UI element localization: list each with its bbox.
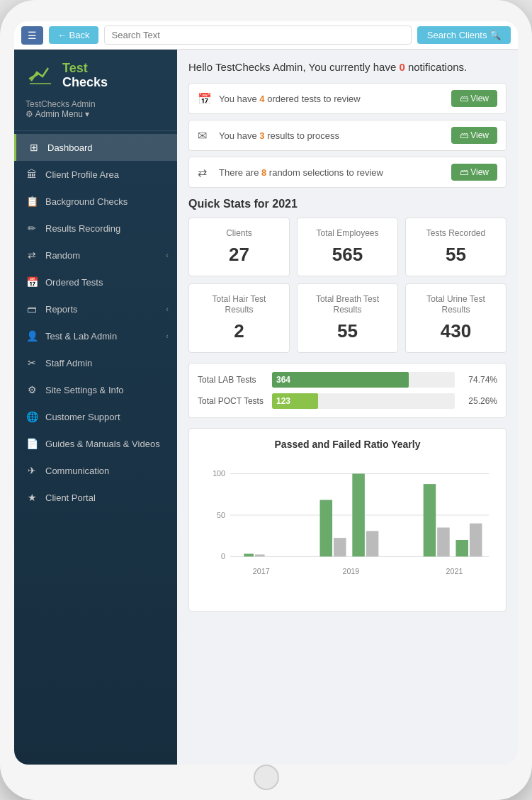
sidebar-user-info: TestChecks Admin ⚙ Admin Menu ▾	[14, 96, 177, 128]
svg-rect-12	[352, 473, 365, 556]
sidebar-divider	[14, 130, 177, 131]
logo-test: Test	[62, 62, 108, 76]
notif-results-text: You have 3 results to process	[219, 130, 446, 141]
home-button[interactable]	[254, 765, 279, 790]
logo-icon	[26, 61, 55, 91]
stat-tests-recorded-value: 55	[414, 244, 497, 266]
chart-section: Passed and Failed Ratio Yearly 100 50 0	[188, 428, 506, 612]
stat-breath-tests: Total Breath Test Results 55	[297, 283, 398, 353]
sidebar-item-site-settings[interactable]: ⚙ Site Settings & Info	[14, 376, 177, 403]
test-lab-chevron-icon: ‹	[166, 332, 169, 340]
svg-text:2019: 2019	[342, 567, 359, 575]
admin-menu[interactable]: ⚙ Admin Menu ▾	[26, 109, 166, 119]
poct-tests-bar-track: 123	[272, 393, 455, 409]
random-chevron-icon: ‹	[166, 251, 169, 259]
hamburger-button[interactable]: ☰	[21, 26, 43, 45]
dashboard-icon: ⊞	[28, 142, 40, 153]
stat-tests-recorded: Tests Recorded 55	[405, 218, 506, 276]
hello-message: Hello TestChecks Admin, You currently ha…	[188, 61, 506, 73]
stat-tests-recorded-label: Tests Recorded	[414, 228, 497, 240]
svg-rect-8	[244, 553, 254, 556]
svg-rect-17	[470, 523, 482, 556]
sidebar-label-guides: Guides & Manuals & Videos	[45, 439, 160, 449]
poct-tests-bar-label: Total POCT Tests	[198, 396, 265, 406]
svg-rect-15	[437, 527, 450, 556]
chart-title: Passed and Failed Ratio Yearly	[199, 439, 496, 450]
svg-rect-10	[320, 500, 333, 556]
sidebar-item-dashboard[interactable]: ⊞ Dashboard	[14, 134, 177, 161]
svg-text:2017: 2017	[253, 567, 270, 575]
sidebar-label-communication: Communication	[45, 466, 109, 476]
search-clients-button[interactable]: Search Clients 🔍	[417, 26, 511, 44]
lab-tests-bar-track: 364	[272, 372, 455, 388]
sidebar-item-customer-support[interactable]: 🌐 Customer Support	[14, 403, 177, 430]
notif-ordered-text: You have 4 ordered tests to review	[219, 94, 446, 104]
search-input[interactable]	[104, 26, 412, 45]
sidebar-label-results-recording: Results Recording	[45, 223, 120, 234]
staff-admin-icon: ✂	[26, 357, 38, 368]
notification-results: ✉ You have 3 results to process 🗃 View	[188, 120, 506, 151]
notification-count: 0	[399, 61, 404, 73]
mail-icon: ✉	[198, 129, 213, 142]
lab-tests-bar-label: Total LAB Tests	[198, 375, 265, 385]
test-lab-admin-icon: 👤	[26, 330, 38, 342]
sidebar-label-customer-support: Customer Support	[45, 412, 120, 422]
sidebar-label-site-settings: Site Settings & Info	[45, 385, 124, 395]
random-icon: ⇄	[26, 249, 38, 261]
sidebar-item-ordered-tests[interactable]: 📅 Ordered Tests	[14, 269, 177, 295]
stats-grid: Clients 27 Total Employees 565 Tests Rec…	[188, 218, 506, 353]
sidebar-label-background-checks: Background Checks	[45, 196, 128, 207]
view-ordered-button[interactable]: 🗃 View	[451, 90, 497, 107]
device-frame: ☰ ← Back Search Clients 🔍 Test Checks	[0, 0, 532, 800]
client-profile-icon: 🏛	[26, 169, 38, 180]
stat-clients: Clients 27	[188, 218, 290, 276]
lab-tests-bar-row: Total LAB Tests 364 74.74%	[198, 372, 497, 388]
sidebar-item-client-profile[interactable]: 🏛 Client Profile Area	[14, 161, 177, 188]
lab-tests-bar-pct: 74.74%	[462, 375, 497, 385]
sidebar-item-client-portal[interactable]: ★ Client Portal	[14, 484, 177, 511]
sidebar-label-dashboard: Dashboard	[47, 142, 93, 153]
sidebar-label-reports: Reports	[45, 304, 78, 315]
sidebar: Test Checks TestChecks Admin ⚙ Admin Men…	[14, 50, 177, 765]
sidebar-item-staff-admin[interactable]: ✂ Staff Admin	[14, 349, 177, 376]
logo-checks: Checks	[62, 76, 108, 90]
sidebar-item-background-checks[interactable]: 📋 Background Checks	[14, 188, 177, 215]
stat-employees-label: Total Employees	[306, 228, 389, 240]
main-content: Hello TestChecks Admin, You currently ha…	[177, 50, 518, 765]
view-random-button[interactable]: 🗃 View	[451, 164, 497, 181]
sidebar-item-test-lab-admin[interactable]: 👤 Test & Lab Admin ‹	[14, 322, 177, 349]
sidebar-label-staff-admin: Staff Admin	[45, 358, 92, 368]
svg-text:100: 100	[213, 469, 225, 478]
sidebar-label-ordered-tests: Ordered Tests	[45, 277, 103, 288]
stat-urine-tests: Total Urine Test Results 430	[405, 283, 506, 353]
hello-text-pre: Hello TestChecks Admin, You currently ha…	[188, 61, 399, 73]
sidebar-item-reports[interactable]: 🗃 Reports ‹	[14, 295, 177, 322]
stat-clients-label: Clients	[198, 228, 281, 240]
sidebar-logo: Test Checks	[14, 50, 177, 96]
device-screen: ☰ ← Back Search Clients 🔍 Test Checks	[14, 21, 518, 765]
background-checks-icon: 📋	[26, 196, 38, 207]
view-results-button[interactable]: 🗃 View	[451, 127, 497, 144]
shuffle-icon: ⇄	[198, 166, 213, 179]
site-settings-icon: ⚙	[26, 384, 38, 395]
notification-ordered-tests: 📅 You have 4 ordered tests to review 🗃 V…	[188, 83, 506, 114]
guides-icon: 📄	[26, 438, 38, 449]
sidebar-item-results-recording[interactable]: ✏ Results Recording	[14, 215, 177, 242]
client-portal-icon: ★	[26, 492, 38, 503]
sidebar-item-random[interactable]: ⇄ Random ‹	[14, 242, 177, 269]
customer-support-icon: 🌐	[26, 411, 38, 422]
logo-text: Test Checks	[62, 62, 108, 90]
admin-name: TestChecks Admin	[26, 99, 166, 109]
stat-breath-value: 55	[306, 320, 389, 342]
stat-employees: Total Employees 565	[297, 218, 398, 276]
svg-text:2021: 2021	[446, 567, 463, 575]
stat-hair-tests: Total Hair Test Results 2	[188, 283, 290, 353]
sidebar-item-guides[interactable]: 📄 Guides & Manuals & Videos	[14, 430, 177, 457]
sidebar-item-communication[interactable]: ✈ Communication	[14, 457, 177, 484]
stat-breath-label: Total Breath Test Results	[306, 294, 389, 316]
poct-tests-bar-value: 123	[276, 396, 290, 406]
results-count: 3	[259, 130, 264, 141]
svg-rect-11	[334, 538, 346, 556]
sidebar-label-client-portal: Client Portal	[45, 492, 96, 503]
back-button[interactable]: ← Back	[49, 26, 98, 44]
